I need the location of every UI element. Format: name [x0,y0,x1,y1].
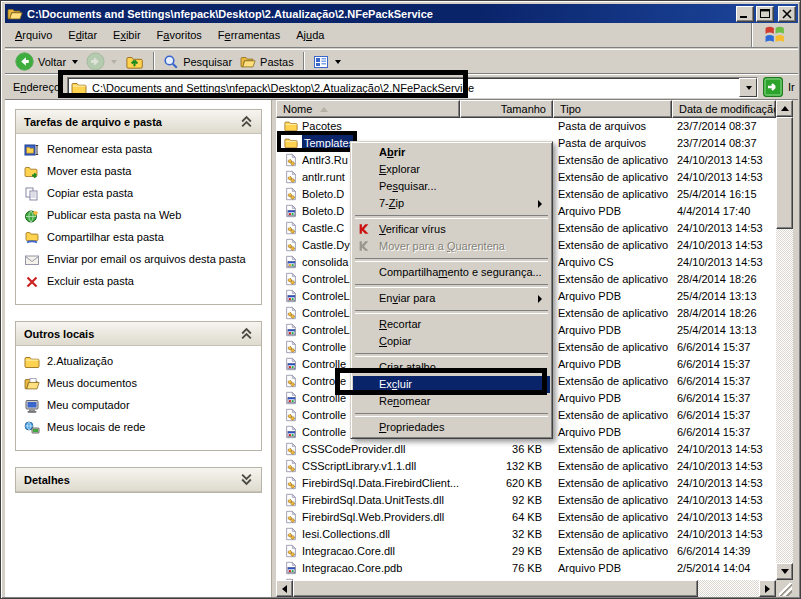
other-places-header[interactable]: Outros locais [16,322,261,346]
back-label: Voltar [38,56,66,68]
rename-icon [24,142,40,158]
file-row[interactable]: FirebirdSql.Web.Providers.dll64 KBExtens… [276,509,776,526]
menu-separator [353,410,550,419]
forward-button[interactable] [82,51,121,72]
place-label: Meus locais de rede [47,420,145,434]
column-header-tamanho[interactable]: Tamanho [460,100,553,118]
vertical-scroll-thumb[interactable] [776,117,793,229]
context-menu-excluir[interactable]: Excluir [353,376,550,393]
email-icon [24,252,40,268]
resize-grip[interactable] [779,583,792,596]
context-menu-verificar-virus[interactable]: Verificar vírus [353,221,550,238]
context-menu-propriedades[interactable]: Propriedades [353,419,550,436]
context-menu-abrir[interactable]: Abrir [353,144,550,161]
back-dropdown-icon[interactable] [72,60,78,64]
dll-icon [284,442,298,456]
task-renomear-esta-pasta[interactable]: Renomear esta pasta [24,142,257,158]
place-meu-computador[interactable]: Meu computador [24,398,257,414]
place-meus-documentos[interactable]: Meus documentos [24,376,257,392]
explorer-window: C:\Documents and Settings\nfepack\Deskto… [0,0,801,599]
context-menu-mover-para-a-quarentena[interactable]: Mover para a Quarentena [353,238,550,255]
file-row[interactable]: Integracao.Core.pdb76 KBArquivo PDB2/5/2… [276,560,776,577]
column-header-data-de-modificacao[interactable]: Data de modificação [672,100,776,118]
context-menu-7-zip[interactable]: 7-Zip [353,195,550,212]
context-menu-recortar[interactable]: Recortar [353,316,550,333]
dll-icon [284,153,298,167]
address-dropdown-button[interactable] [739,78,757,97]
file-name: CSSCodeProvider.dll [302,441,405,458]
file-size: 92 KB [460,492,542,509]
menu-editar[interactable]: Editar [60,26,105,44]
expand-chevron-icon[interactable] [240,473,253,486]
file-row[interactable]: Iesi.Collections.dll32 KBExtensão de apl… [276,526,776,543]
collapse-chevron-icon[interactable] [240,115,253,128]
menu-favoritos[interactable]: Favoritos [149,26,210,44]
context-menu-compartilhamento-e-seguranca[interactable]: Compartilhamento e segurança... [353,264,550,281]
file-name: ControleL [302,305,350,322]
file-date: 2/5/2014 14:04 [677,560,750,577]
task-publicar-esta-pasta-na-web[interactable]: Publicar esta pasta na Web [24,208,257,224]
context-menu-explorar[interactable]: Explorar [353,161,550,178]
task-compartilhar-esta-pasta[interactable]: Compartilhar esta pasta [24,230,257,246]
dll-icon [284,476,298,490]
horizontal-scroll-thumb[interactable] [293,580,698,597]
file-name: Boleto.D [302,203,344,220]
file-row[interactable]: PacotesPasta de arquivos23/7/2014 08:37 [276,118,776,135]
back-button[interactable]: Voltar [11,51,82,72]
menu-ferramentas[interactable]: Ferramentas [210,26,288,44]
place-2-atualizacao[interactable]: 2.Atualização [24,354,257,370]
file-name: consolida [302,254,348,271]
task-mover-esta-pasta[interactable]: Mover esta pasta [24,164,257,180]
file-row[interactable]: Integracao.Core.dll29 KBExtensão de apli… [276,543,776,560]
file-row[interactable]: CSSCodeProvider.dll36 KBExtensão de apli… [276,441,776,458]
task-enviar-por-email-os-arquivos-desta-pasta[interactable]: Enviar por email os arquivos desta pasta [24,252,257,268]
go-button[interactable] [763,77,783,97]
file-row[interactable]: FirebirdSql.Data.FirebirdClient...620 KB… [276,475,776,492]
forward-dropdown-icon[interactable] [111,60,117,64]
menu-ajuda[interactable]: Ajuda [288,26,332,44]
tasks-panel-header[interactable]: Tarefas de arquivo e pasta [16,110,261,134]
maximize-button[interactable] [756,6,774,22]
scroll-up-button[interactable] [776,100,793,117]
views-button[interactable] [309,53,345,71]
menu-bar: ArquivoEditarExibirFavoritosFerramentasA… [5,23,798,48]
file-name: ControleL [302,322,350,339]
file-date: 6/6/2014 15:37 [677,373,750,390]
menu-arquivo[interactable]: Arquivo [7,26,60,44]
close-button[interactable] [778,6,796,22]
context-menu-criar-atalho[interactable]: Criar atalho [353,359,550,376]
file-size: 76 KB [460,560,542,577]
context-menu-pesquisar[interactable]: Pesquisar... [353,178,550,195]
scroll-right-button[interactable] [759,580,776,597]
scroll-left-button[interactable] [276,580,293,597]
address-input[interactable]: C:\Documents and Settings\nfepack\Deskto… [67,77,758,98]
file-row[interactable]: CSScriptLibrary.v1.1.dll132 KBExtensão d… [276,458,776,475]
file-date: 23/7/2014 08:37 [677,135,757,152]
context-menu-renomear[interactable]: Renomear [353,393,550,410]
dll-icon [284,306,298,320]
column-header-nome[interactable]: Nome [276,100,460,118]
collapse-chevron-icon[interactable] [240,327,253,340]
horizontal-scrollbar[interactable] [276,580,776,597]
task-copiar-esta-pasta[interactable]: Copiar esta pasta [24,186,257,202]
file-name: CSScriptLibrary.v1.1.dll [302,458,416,475]
context-menu-copiar[interactable]: Copiar [353,333,550,350]
task-label: Renomear esta pasta [47,142,152,156]
minimize-button[interactable] [736,6,754,22]
details-header[interactable]: Detalhes [16,468,261,492]
menu-exibir[interactable]: Exibir [105,26,149,44]
file-name: Castle.C [302,220,344,237]
vertical-scrollbar[interactable] [776,100,793,580]
place-meus-locais-de-rede[interactable]: Meus locais de rede [24,420,257,436]
task-excluir-esta-pasta[interactable]: Excluir esta pasta [24,274,257,290]
scroll-down-button[interactable] [776,563,793,580]
file-size: 29 KB [460,543,542,560]
up-button[interactable] [121,51,148,72]
folders-button[interactable]: Pastas [236,53,298,71]
views-dropdown-icon[interactable] [335,60,341,64]
column-header-tipo[interactable]: Tipo [553,100,672,118]
file-date: 4/4/2014 17:40 [677,203,750,220]
context-menu-enviar-para[interactable]: Enviar para [353,290,550,307]
search-button[interactable]: Pesquisar [159,53,236,71]
file-row[interactable]: FirebirdSql.Data.UnitTests.dll92 KBExten… [276,492,776,509]
